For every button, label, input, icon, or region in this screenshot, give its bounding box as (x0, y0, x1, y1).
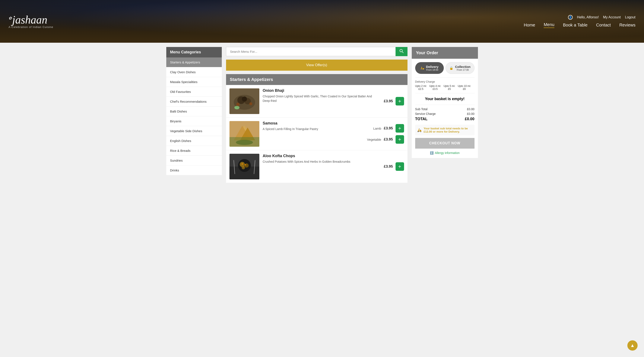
logo-text: ✿jashaan (8, 14, 53, 26)
menu-item-aloo-kofta: Aloo Kofta Chops Crushed Potatoes With S… (226, 150, 408, 183)
sidebar-item-starters[interactable]: Starters & Appetizers (166, 58, 222, 67)
samosa-desc: A Spiced Lamb Filling In Triangular Past… (263, 127, 364, 131)
menu-item-onion-bhaji: Onion Bhaji Chopped Onion Lightly Spiced… (226, 85, 408, 118)
nav-home[interactable]: Home (524, 23, 535, 28)
onion-bhaji-right: £3.95 + (378, 88, 404, 114)
sidebar-item-rice[interactable]: Rice & Breads (166, 146, 222, 156)
sidebar-item-old-favourites[interactable]: Old Favourites (166, 87, 222, 97)
sidebar-item-balti[interactable]: Balti Dishes (166, 106, 222, 116)
svg-line-1 (402, 52, 404, 53)
charge-4mi: Upto 4 mi: £3.5 (429, 84, 441, 90)
allergy-link[interactable]: ℹ️ Allergy information (415, 151, 474, 154)
sidebar-item-veg[interactable]: Vegetable Side Dishes (166, 126, 222, 136)
order-body: 🛵 Delivery From 18:00 🔒 Collection From … (412, 59, 478, 158)
my-account-link[interactable]: My Account (603, 15, 621, 19)
aloo-kofta-details: Aloo Kofta Chops Crushed Potatoes With S… (263, 154, 375, 179)
nav-reviews[interactable]: Reviews (619, 23, 636, 28)
charge-4mi-price: £3.5 (429, 88, 441, 90)
nav-contact[interactable]: Contact (596, 23, 611, 28)
delivery-from: From 18:00 (426, 68, 438, 71)
aloo-kofta-variant: £3.95 + (384, 162, 404, 171)
svg-point-6 (242, 96, 247, 102)
allergy-info-icon: ℹ️ (430, 151, 434, 154)
menu-item-samosa: Samosa A Spiced Lamb Filling In Triangul… (226, 118, 408, 150)
samosa-veg-label: Vegetable (367, 138, 381, 141)
samosa-lamb-label: Lamb (373, 126, 381, 130)
sidebar-item-drinks[interactable]: Drinks (166, 166, 222, 175)
onion-bhaji-price: £3.95 (384, 99, 393, 103)
svg-point-0 (400, 49, 402, 52)
sidebar-item-masala[interactable]: Masala Specialities (166, 77, 222, 87)
svg-point-7 (236, 103, 240, 106)
aloo-kofta-desc: Crushed Potatoes With Spices And Herbs I… (263, 160, 375, 164)
nav-menu[interactable]: Menu (544, 22, 554, 28)
offers-button[interactable]: View Offer(s) (226, 60, 408, 71)
onion-bhaji-variant: £3.95 + (384, 97, 404, 106)
order-title: Your Order (412, 47, 478, 59)
delivery-toggle-button[interactable]: 🛵 Delivery From 18:00 (415, 62, 444, 74)
search-button[interactable] (396, 47, 408, 56)
main-nav: Home Menu Book a Table Contact Reviews (524, 22, 636, 28)
search-input[interactable] (226, 47, 396, 56)
sidebar-item-english[interactable]: English Dishes (166, 136, 222, 146)
aloo-kofta-add-button[interactable]: + (396, 162, 404, 171)
svg-point-21 (242, 166, 245, 169)
logo: ✿jashaan A Celebration of Indian Cuisine (8, 14, 53, 28)
charge-5mi-range: Upto 5 mi: (444, 84, 455, 88)
service-charge-label: Service Charge (415, 112, 436, 116)
center-content: View Offer(s) Starters & Appetizers Onio… (226, 47, 408, 183)
aloo-kofta-right: £3.95 + (378, 154, 404, 179)
samosa-lamb-add-button[interactable]: + (396, 124, 404, 132)
samosa-lamb-price: £3.95 (384, 126, 393, 130)
sidebar-item-clay[interactable]: Clay Oven Dishes (166, 67, 222, 77)
delivery-bike-icon: 🛵 (420, 66, 424, 70)
aloo-kofta-name: Aloo Kofta Chops (263, 154, 375, 158)
aloo-kofta-price: £3.95 (384, 164, 393, 169)
delivery-toggle: 🛵 Delivery From 18:00 🔒 Collection From … (415, 62, 474, 74)
charge-row: Upto 2 mi: £2.5 Upto 4 mi: £3.5 Upto 5 m… (415, 84, 474, 90)
search-bar (226, 47, 408, 56)
charge-10mi-price: £6 (458, 88, 471, 90)
svg-point-20 (244, 163, 249, 168)
collection-label: Collection (455, 65, 471, 68)
charge-4mi-range: Upto 4 mi: (429, 84, 441, 88)
svg-point-15 (236, 140, 253, 145)
samosa-lamb-variant: Lamb £3.95 + (373, 124, 404, 132)
sub-total-value: £0.00 (467, 108, 474, 111)
empty-basket-message: Your basket is empty! (415, 93, 474, 105)
delivery-warning: 🛵 Your basket sub total needs to be £12.… (415, 125, 474, 135)
onion-bhaji-desc: Chopped Onion Lightly Spiced With Garlic… (263, 94, 375, 103)
order-panel: Your Order 🛵 Delivery From 18:00 🔒 Colle… (412, 47, 478, 183)
section-header: Starters & Appetizers (226, 74, 408, 85)
delivery-warning-text: Your basket sub total needs to be £12.00… (424, 127, 472, 133)
total-label: TOTAL (415, 117, 428, 121)
logo-tagline: A Celebration of Indian Cuisine (8, 26, 53, 28)
sidebar-item-biryanis[interactable]: Biryanis (166, 116, 222, 126)
sub-total-label: Sub Total (415, 108, 428, 111)
aloo-kofta-image-svg (230, 154, 259, 179)
samosa-details: Samosa A Spiced Lamb Filling In Triangul… (263, 121, 364, 147)
samosa-right: Lamb £3.95 + Vegetable £3.95 + (367, 121, 404, 147)
onion-bhaji-add-button[interactable]: + (396, 97, 404, 106)
allergy-label: Allergy information (435, 151, 460, 154)
nav-book-table[interactable]: Book a Table (563, 23, 588, 28)
sidebar-item-sundries[interactable]: Sundries (166, 156, 222, 166)
charge-10mi: Upto 10 mi: £6 (458, 84, 471, 90)
samosa-name: Samosa (263, 121, 364, 126)
charge-2mi: Upto 2 mi: £2.5 (415, 84, 427, 90)
total-row: TOTAL £0.00 (415, 117, 474, 121)
samosa-image-svg (230, 121, 259, 147)
delivery-label: Delivery (426, 65, 438, 68)
checkout-button[interactable]: CHECKOUT NOW (415, 138, 474, 148)
sidebar: Menu Categories Starters & Appetizers Cl… (166, 47, 222, 183)
svg-point-26 (243, 166, 244, 168)
service-charge-row: Service Charge £0.00 (415, 112, 474, 116)
onion-bhaji-image (230, 88, 259, 114)
collection-toggle-button[interactable]: 🔒 Collection From 17:30 (446, 62, 474, 74)
total-value: £0.00 (465, 117, 474, 121)
warning-bike-icon: 🛵 (417, 128, 422, 132)
samosa-veg-add-button[interactable]: + (396, 135, 404, 144)
logout-link[interactable]: Logout (625, 15, 636, 19)
sidebar-item-chefs-rec[interactable]: Chef's Recommendations (166, 97, 222, 106)
charge-2mi-price: £2.5 (415, 88, 427, 90)
